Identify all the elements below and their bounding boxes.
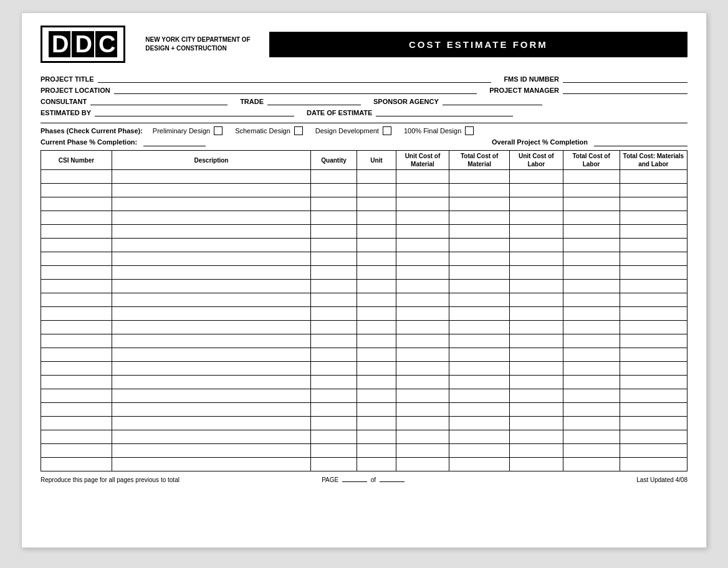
cell-row4-col4[interactable] (357, 211, 396, 225)
trade-field[interactable] (267, 97, 361, 105)
cell-row16-col6[interactable] (449, 376, 510, 389)
cell-row3-col3[interactable] (311, 197, 357, 211)
cell-row9-col8[interactable] (563, 280, 620, 293)
cell-row17-col1[interactable] (41, 389, 112, 403)
cell-row3-col2[interactable] (112, 197, 310, 211)
cell-row22-col5[interactable] (396, 458, 449, 471)
cell-row12-col6[interactable] (449, 321, 510, 334)
cell-row11-col9[interactable] (620, 307, 687, 321)
cell-row6-col8[interactable] (563, 239, 620, 252)
sponsor-agency-field[interactable] (443, 97, 542, 105)
cell-row2-col8[interactable] (563, 184, 620, 197)
phase-development-checkbox[interactable] (383, 126, 391, 135)
cell-row10-col9[interactable] (620, 293, 687, 307)
cell-row13-col9[interactable] (620, 334, 687, 348)
cell-row18-col6[interactable] (449, 403, 510, 417)
cell-row15-col9[interactable] (620, 362, 687, 376)
cell-row20-col4[interactable] (357, 430, 396, 444)
cell-row16-col4[interactable] (357, 376, 396, 389)
cell-row5-col8[interactable] (563, 225, 620, 239)
cell-row4-col3[interactable] (311, 211, 357, 225)
current-completion-field[interactable] (143, 138, 206, 146)
cell-row10-col7[interactable] (510, 293, 563, 307)
cell-row13-col3[interactable] (311, 334, 357, 348)
cell-row13-col5[interactable] (396, 334, 449, 348)
cell-row8-col4[interactable] (357, 266, 396, 280)
project-location-field[interactable] (114, 85, 477, 94)
cell-row8-col8[interactable] (563, 266, 620, 280)
cell-row13-col4[interactable] (357, 334, 396, 348)
cell-row12-col1[interactable] (41, 321, 112, 334)
cell-row1-col6[interactable] (449, 170, 510, 184)
cell-row5-col7[interactable] (510, 225, 563, 239)
cell-row10-col4[interactable] (357, 293, 396, 307)
cell-row13-col7[interactable] (510, 334, 563, 348)
cell-row14-col8[interactable] (563, 348, 620, 362)
cell-row12-col7[interactable] (510, 321, 563, 334)
cell-row5-col9[interactable] (620, 225, 687, 239)
cell-row11-col6[interactable] (449, 307, 510, 321)
cell-row22-col2[interactable] (112, 458, 310, 471)
cell-row20-col3[interactable] (311, 430, 357, 444)
cell-row19-col6[interactable] (449, 417, 510, 430)
cell-row15-col6[interactable] (449, 362, 510, 376)
cell-row22-col7[interactable] (510, 458, 563, 471)
cell-row4-col8[interactable] (563, 211, 620, 225)
cell-row17-col7[interactable] (510, 389, 563, 403)
cell-row7-col3[interactable] (311, 252, 357, 266)
cell-row8-col7[interactable] (510, 266, 563, 280)
cell-row21-col2[interactable] (112, 444, 310, 458)
cell-row3-col5[interactable] (396, 197, 449, 211)
cell-row15-col8[interactable] (563, 362, 620, 376)
cell-row14-col2[interactable] (112, 348, 310, 362)
cell-row18-col8[interactable] (563, 403, 620, 417)
cell-row3-col4[interactable] (357, 197, 396, 211)
cell-row21-col3[interactable] (311, 444, 357, 458)
total-pages-field[interactable] (380, 481, 405, 482)
cell-row4-col6[interactable] (449, 211, 510, 225)
cell-row6-col4[interactable] (357, 239, 396, 252)
cell-row17-col5[interactable] (396, 389, 449, 403)
cell-row7-col6[interactable] (449, 252, 510, 266)
cell-row14-col9[interactable] (620, 348, 687, 362)
cell-row21-col7[interactable] (510, 444, 563, 458)
cell-row17-col9[interactable] (620, 389, 687, 403)
cell-row10-col2[interactable] (112, 293, 310, 307)
cell-row12-col2[interactable] (112, 321, 310, 334)
cell-row4-col5[interactable] (396, 211, 449, 225)
cell-row21-col4[interactable] (357, 444, 396, 458)
cell-row2-col1[interactable] (41, 184, 112, 197)
cell-row16-col7[interactable] (510, 376, 563, 389)
cell-row20-col6[interactable] (449, 430, 510, 444)
cell-row1-col9[interactable] (620, 170, 687, 184)
cell-row3-col6[interactable] (449, 197, 510, 211)
cell-row15-col7[interactable] (510, 362, 563, 376)
cell-row22-col9[interactable] (620, 458, 687, 471)
cell-row12-col5[interactable] (396, 321, 449, 334)
project-title-field[interactable] (98, 74, 492, 83)
cell-row19-col9[interactable] (620, 417, 687, 430)
cell-row7-col5[interactable] (396, 252, 449, 266)
cell-row6-col7[interactable] (510, 239, 563, 252)
cell-row5-col5[interactable] (396, 225, 449, 239)
cell-row5-col1[interactable] (41, 225, 112, 239)
cell-row17-col6[interactable] (449, 389, 510, 403)
cell-row9-col5[interactable] (396, 280, 449, 293)
cell-row16-col9[interactable] (620, 376, 687, 389)
phase-schematic-checkbox[interactable] (294, 126, 303, 135)
cell-row6-col9[interactable] (620, 239, 687, 252)
cell-row15-col2[interactable] (112, 362, 310, 376)
cell-row13-col8[interactable] (563, 334, 620, 348)
cell-row3-col9[interactable] (620, 197, 687, 211)
cell-row21-col9[interactable] (620, 444, 687, 458)
cell-row8-col6[interactable] (449, 266, 510, 280)
cell-row16-col5[interactable] (396, 376, 449, 389)
cell-row8-col9[interactable] (620, 266, 687, 280)
cell-row5-col2[interactable] (112, 225, 310, 239)
cell-row10-col5[interactable] (396, 293, 449, 307)
cell-row20-col5[interactable] (396, 430, 449, 444)
cell-row2-col4[interactable] (357, 184, 396, 197)
cell-row2-col3[interactable] (311, 184, 357, 197)
cell-row9-col3[interactable] (311, 280, 357, 293)
cell-row12-col3[interactable] (311, 321, 357, 334)
